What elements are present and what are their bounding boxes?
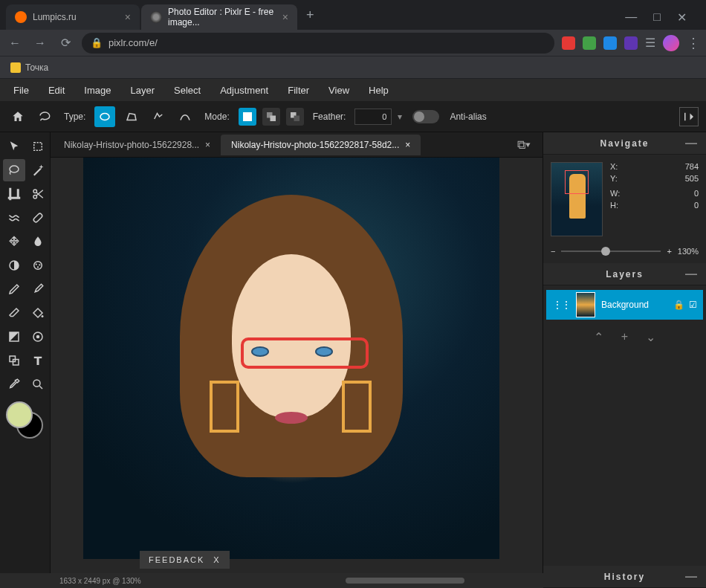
antialias-toggle[interactable] (412, 110, 439, 123)
menu-layer[interactable]: Layer (122, 80, 164, 100)
layer-up-icon[interactable]: ⌃ (594, 330, 603, 344)
antialias-label: Anti-alias (450, 112, 486, 122)
extension-icon[interactable] (603, 36, 617, 50)
close-icon[interactable]: X (213, 555, 220, 564)
menu-help[interactable]: Help (360, 80, 398, 100)
mode-new-icon[interactable] (239, 108, 256, 126)
clone-tool-icon[interactable] (3, 230, 25, 253)
arrow-tool-icon[interactable] (3, 135, 25, 158)
collapse-panels-icon[interactable] (679, 107, 699, 126)
menu-adjustment[interactable]: Adjustment (211, 80, 277, 100)
picker-tool-icon[interactable] (3, 373, 25, 395)
doc-tab-1[interactable]: Nikolay-Hristov-photo-1562292817-58d2...… (221, 135, 421, 155)
minimize-icon[interactable]: — (685, 268, 699, 281)
menu-filter[interactable]: Filter (279, 80, 318, 100)
marquee-tool-icon[interactable] (27, 135, 49, 158)
extension-icon[interactable] (624, 36, 638, 50)
extension-icon[interactable] (562, 36, 575, 50)
navigator-thumbnail[interactable] (551, 162, 603, 236)
menu-icon[interactable]: ⋮ (687, 35, 700, 51)
layer-item[interactable]: ⋮⋮ Background 🔒 ☑ (546, 290, 703, 320)
minimize-icon[interactable]: — (685, 570, 699, 584)
gradient-tool-icon[interactable] (3, 326, 25, 348)
forward-button[interactable]: → (31, 34, 49, 52)
shape-tool-icon[interactable] (3, 349, 25, 372)
url-text: pixlr.com/e/ (109, 37, 158, 48)
mode-add-icon[interactable] (262, 108, 280, 126)
pen-tool-icon[interactable] (3, 278, 25, 300)
mode-subtract-icon[interactable] (286, 108, 304, 126)
tab-title: Lumpics.ru (33, 12, 77, 22)
bookmark-item[interactable]: Точка (25, 62, 48, 73)
browser-tab-1[interactable]: Photo Editor : Pixlr E - free image... × (141, 4, 297, 30)
lock-icon: 🔒 (91, 37, 103, 48)
lasso-polygon-icon[interactable] (121, 106, 142, 127)
minimize-icon[interactable]: — (625, 10, 637, 25)
highlight-annotation (241, 337, 369, 369)
url-input[interactable]: 🔒 pixlr.com/e/ (82, 33, 554, 54)
lasso-bezier-icon[interactable] (175, 106, 195, 127)
drag-handle-icon[interactable]: ⋮⋮ (552, 299, 570, 311)
visibility-icon[interactable]: ☑ (689, 300, 697, 310)
feedback-button[interactable]: FEEDBACK X (140, 551, 230, 569)
color-swatches[interactable] (3, 401, 49, 439)
reload-button[interactable]: ⟳ (56, 34, 74, 52)
canvas[interactable]: FEEDBACK X (51, 158, 543, 588)
close-icon[interactable]: × (278, 11, 288, 23)
tab-options-icon[interactable]: ⧉▾ (508, 138, 540, 152)
reading-list-icon[interactable]: ☰ (645, 36, 655, 50)
menu-file[interactable]: File (4, 80, 38, 100)
svg-point-7 (10, 166, 19, 172)
menu-select[interactable]: Select (165, 80, 210, 100)
lasso-freehand-icon[interactable] (94, 106, 115, 127)
nav-h-value: 0 (694, 201, 699, 210)
heal-tool-icon[interactable] (27, 207, 49, 229)
zoom-in-button[interactable]: + (667, 247, 671, 256)
close-icon[interactable]: × (405, 140, 410, 150)
close-icon[interactable]: × (205, 140, 210, 150)
doc-tab-0[interactable]: Nikolay-Hristov-photo-15622928... × (54, 135, 221, 155)
text-tool-icon[interactable] (27, 349, 49, 372)
new-tab-button[interactable]: + (299, 3, 322, 28)
fg-color-swatch[interactable] (6, 401, 33, 428)
lasso-magnetic-icon[interactable] (148, 106, 169, 127)
zoom-slider[interactable] (561, 251, 661, 252)
back-button[interactable]: ← (6, 34, 24, 52)
layers-panel-header[interactable]: Layers — (543, 263, 706, 285)
zoom-tool-icon[interactable] (27, 373, 49, 395)
fill-tool-icon[interactable] (27, 302, 49, 324)
type-label: Type: (64, 112, 85, 122)
liquify-tool-icon[interactable] (3, 207, 25, 229)
maximize-icon[interactable]: □ (653, 10, 661, 25)
wand-tool-icon[interactable] (27, 159, 49, 181)
crop-tool-icon[interactable] (3, 183, 25, 205)
brush-tool-icon[interactable] (27, 278, 49, 300)
layer-down-icon[interactable]: ⌄ (646, 330, 655, 344)
lasso-tool-icon[interactable] (3, 159, 25, 181)
zoom-out-button[interactable]: − (551, 247, 555, 256)
sponge-tool-icon[interactable] (27, 254, 49, 277)
blur-tool-icon[interactable] (27, 230, 49, 253)
extension-icon[interactable] (583, 36, 596, 50)
cutout-tool-icon[interactable] (27, 183, 49, 205)
navigate-panel-header[interactable]: Navigate — (543, 132, 706, 155)
menu-view[interactable]: View (320, 80, 358, 100)
history-panel-header[interactable]: History — (543, 566, 706, 588)
add-layer-icon[interactable]: + (621, 330, 628, 344)
close-icon[interactable]: ✕ (677, 10, 687, 25)
home-icon[interactable] (7, 106, 28, 127)
eraser-tool-icon[interactable] (3, 302, 25, 324)
lock-icon[interactable]: 🔒 (673, 300, 684, 310)
browser-tab-0[interactable]: Lumpics.ru × (6, 4, 140, 30)
dodge-tool-icon[interactable] (3, 254, 25, 277)
menu-image[interactable]: Image (75, 80, 120, 100)
close-icon[interactable]: × (120, 11, 131, 23)
replace-color-tool-icon[interactable] (27, 326, 49, 348)
minimize-icon[interactable]: — (685, 137, 699, 150)
feather-input[interactable] (354, 109, 392, 125)
horizontal-scrollbar[interactable] (346, 578, 464, 584)
bookmark-bar: Точка (0, 56, 706, 79)
profile-avatar[interactable] (663, 35, 679, 51)
lasso-icon[interactable] (34, 106, 55, 127)
menu-edit[interactable]: Edit (39, 80, 74, 100)
